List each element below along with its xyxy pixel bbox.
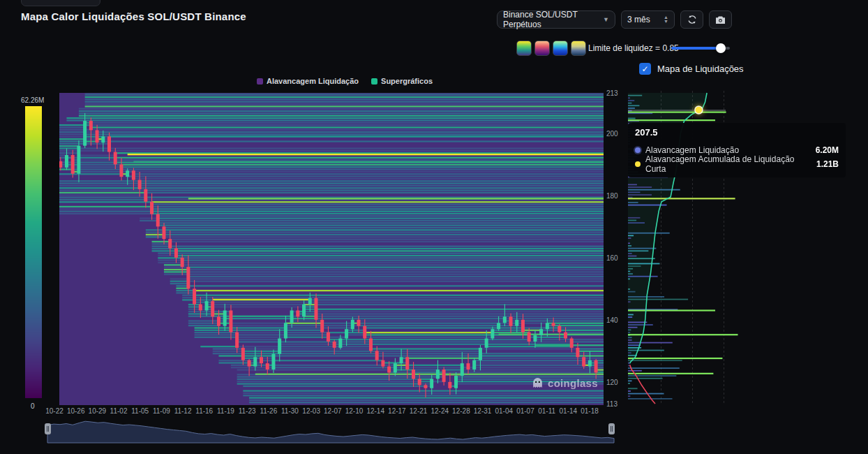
x-axis-tick: 11-12 (174, 407, 192, 415)
tooltip-price: 207.5 (635, 127, 839, 138)
tooltip-marker-blue (635, 147, 641, 153)
range-select-value: 3 mês (627, 15, 650, 24)
x-axis-tick: 12-21 (410, 407, 428, 415)
pair-select[interactable]: Binance SOL/USDT Perpétuos ▼ (497, 10, 615, 29)
legend-label: Alavancagem Liquidação (267, 77, 359, 85)
x-axis-tick: 11-16 (195, 407, 213, 415)
x-axis-tick: 11-23 (239, 407, 256, 415)
x-axis-tick: 11-02 (110, 407, 128, 415)
chart-tooltip: 207.5 Alavancagem Liquidação 6.20M Alava… (628, 123, 846, 177)
watermark: coinglass (532, 377, 598, 389)
x-axis-tick: 01-18 (581, 407, 599, 415)
x-axis-tick: 01-11 (538, 407, 555, 415)
liquidation-map-label: Mapa de Liquidações (657, 64, 744, 74)
pair-select-value: Binance SOL/USDT Perpétuos (503, 10, 603, 29)
legend-swatch-green (371, 78, 377, 85)
stepper-icon: ▲▼ (664, 15, 668, 24)
x-axis-tick: 01-14 (560, 407, 578, 415)
navigator-handle-left[interactable] (45, 423, 51, 434)
x-axis-tick: 12-17 (388, 407, 406, 415)
colorbar-min-label: 0 (31, 402, 35, 410)
y-axis-tick: 160 (606, 254, 618, 262)
y-axis-tick: 113 (606, 400, 618, 408)
tooltip-value: 6.20M (816, 145, 839, 155)
palette-magma-button[interactable] (534, 41, 550, 56)
tooltip-label: Alavancagem Liquidação (645, 145, 739, 155)
tooltip-row: Alavancagem Acumulada de Liquidação Curt… (635, 157, 839, 171)
chart-legend: Alavancagem Liquidação Supergráficos (257, 77, 433, 85)
x-axis-tick: 10-29 (89, 407, 107, 415)
x-axis-tick: 12-10 (345, 407, 364, 415)
slider-fill (671, 47, 721, 50)
x-axis-tick: 11-30 (281, 407, 299, 415)
x-axis-tick: 11-05 (131, 407, 149, 415)
liquidation-heatmap-canvas[interactable] (59, 93, 604, 405)
x-axis-tick: 10-26 (67, 407, 85, 415)
navigator-handle-right[interactable] (608, 423, 615, 434)
x-axis-tick: 01-07 (516, 407, 534, 415)
x-axis-tick: 01-04 (495, 407, 513, 415)
range-select[interactable]: 3 mês ▲▼ (621, 10, 675, 29)
colorbar-gradient (25, 106, 42, 398)
tooltip-value: 1.21B (816, 159, 839, 169)
watermark-text: coinglass (548, 377, 598, 389)
liquidity-threshold-slider[interactable] (671, 47, 730, 50)
y-axis-tick: 213 (606, 89, 618, 97)
x-axis-tick: 11-26 (260, 407, 277, 415)
y-axis-tick: 200 (606, 130, 618, 138)
top-tab-fragment[interactable] (21, 0, 100, 6)
legend-label: Supergráficos (381, 77, 433, 85)
y-axis-tick: 140 (606, 316, 618, 324)
y-axis-tick: 180 (606, 192, 618, 200)
x-axis-tick: 12-31 (474, 407, 492, 415)
x-axis-tick: 11-19 (217, 407, 234, 415)
palette-row (516, 41, 586, 56)
slider-thumb[interactable] (716, 43, 726, 53)
refresh-button[interactable] (680, 10, 703, 29)
chevron-down-icon: ▼ (603, 17, 609, 23)
liquidity-threshold-label: Limite de liquidez = 0.85 (588, 43, 679, 53)
x-axis-tick: 12-24 (431, 407, 449, 415)
palette-cividis-button[interactable] (571, 41, 586, 56)
tooltip-label: Alavancagem Acumulada de Liquidação Curt… (645, 154, 811, 174)
palette-viridis-button[interactable] (516, 41, 532, 56)
screenshot-button[interactable] (709, 10, 732, 29)
x-axis-tick: 12-03 (302, 407, 320, 415)
x-axis-tick: 12-14 (366, 407, 384, 415)
x-axis-tick: 11-09 (153, 407, 170, 415)
x-axis-tick: 12-28 (452, 407, 470, 415)
navigator-canvas[interactable] (46, 417, 615, 444)
x-axis-tick: 10-22 (45, 407, 63, 415)
coinglass-ghost-icon (532, 377, 544, 389)
liquidation-heatmap-page: Mapa Calor Liquidações SOL/USDT Binance … (0, 0, 868, 454)
tooltip-marker-yellow (635, 161, 641, 167)
y-axis-tick: 120 (606, 379, 618, 386)
legend-swatch-purple (257, 78, 263, 85)
liquidation-map-toggle-row: ✓ Mapa de Liquidações (639, 63, 744, 75)
colorbar-max-label: 62.26M (21, 96, 44, 104)
camera-icon (715, 15, 726, 24)
palette-blue-button[interactable] (553, 41, 568, 56)
page-title: Mapa Calor Liquidações SOL/USDT Binance (21, 10, 246, 22)
liquidation-map-checkbox[interactable]: ✓ (639, 63, 651, 75)
legend-item-supercharts[interactable]: Supergráficos (371, 77, 433, 85)
x-axis-tick: 12-07 (324, 407, 342, 415)
refresh-icon (687, 15, 697, 24)
legend-item-liquidation[interactable]: Alavancagem Liquidação (257, 77, 359, 85)
